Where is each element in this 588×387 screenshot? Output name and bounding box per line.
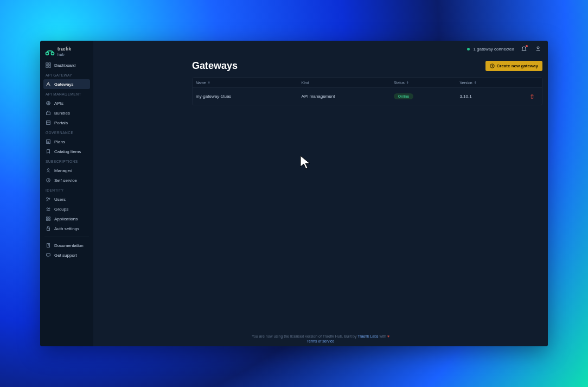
trash-icon xyxy=(529,94,535,99)
brand-mark-icon xyxy=(44,47,55,56)
svg-point-12 xyxy=(47,198,48,199)
sidebar-item-self-service[interactable]: Self-service xyxy=(43,175,90,185)
sidebar-item-bundles[interactable]: Bundles xyxy=(43,108,90,118)
svg-point-22 xyxy=(537,47,539,49)
svg-point-15 xyxy=(48,208,50,210)
sidebar-item-plans[interactable]: Plans xyxy=(43,137,90,147)
delete-row-button[interactable] xyxy=(526,94,539,99)
sidebar-item-label: Get support xyxy=(54,253,77,258)
gateways-table: Name ▲▼ Kind Status ▲▼ Version ▲▼ xyxy=(192,77,542,105)
sidebar-section-api-gateway: API GATEWAY xyxy=(43,70,90,79)
sidebar-item-label: Portals xyxy=(54,120,68,125)
svg-rect-4 xyxy=(46,66,48,67)
applications-icon xyxy=(46,216,51,221)
auth-icon xyxy=(46,226,51,231)
groups-icon xyxy=(46,206,51,212)
col-name-label: Name xyxy=(196,81,206,85)
sidebar-item-get-support[interactable]: Get support xyxy=(43,250,90,260)
self-service-icon xyxy=(46,177,51,183)
sidebar-item-users[interactable]: Users xyxy=(43,194,90,204)
sidebar-section-subscriptions: SUBSCRIPTIONS xyxy=(43,156,90,166)
sort-icon: ▲▼ xyxy=(406,81,409,84)
col-kind[interactable]: Kind xyxy=(302,81,394,85)
gateway-status-text: 1 gateway connected xyxy=(473,47,514,52)
sidebar-item-label: Dashboard xyxy=(54,63,75,68)
svg-point-1 xyxy=(51,52,54,55)
notification-indicator-icon xyxy=(526,45,528,47)
sidebar-item-groups[interactable]: Groups xyxy=(43,204,90,214)
status-dot-icon xyxy=(467,48,470,50)
sidebar-item-label: Applications xyxy=(54,217,78,221)
sidebar-item-dashboard[interactable]: Dashboard xyxy=(43,60,90,70)
sidebar-item-label: Plans xyxy=(54,139,65,144)
portal-icon xyxy=(46,120,51,125)
sidebar-item-documentation[interactable]: Documentation xyxy=(43,240,90,250)
sidebar: træfikhub Dashboard API GATEWAY Gateways… xyxy=(40,41,93,346)
col-version[interactable]: Version ▲▼ xyxy=(459,81,526,85)
footer-text-suffix: with xyxy=(380,334,387,338)
svg-rect-3 xyxy=(49,63,50,65)
sidebar-item-label: Catalog Items xyxy=(54,149,81,154)
brand-name: træfikhub xyxy=(57,46,72,57)
col-status[interactable]: Status ▲▼ xyxy=(394,81,460,85)
footer-text-prefix: You are now using the licensed version o… xyxy=(252,334,357,338)
notifications-button[interactable] xyxy=(520,45,528,53)
footer: You are now using the licensed version o… xyxy=(185,331,456,344)
svg-point-10 xyxy=(47,169,49,170)
topbar: 1 gateway connected xyxy=(93,41,548,57)
sidebar-item-catalog-items[interactable]: Catalog Items xyxy=(43,147,90,156)
svg-rect-5 xyxy=(49,66,50,67)
cell-name: my-gateway-1tuas xyxy=(196,94,302,99)
cell-version: 3.10.1 xyxy=(459,94,526,99)
footer-link-tos[interactable]: Terms of service xyxy=(185,339,456,343)
page-header: Gateways Create new gateway xyxy=(192,57,542,77)
sidebar-item-label: Bundles xyxy=(54,111,70,116)
sidebar-section-governance: GOVERNANCE xyxy=(43,128,90,137)
brand-logo: træfikhub xyxy=(43,46,90,60)
svg-rect-20 xyxy=(47,228,50,230)
users-icon xyxy=(46,196,51,202)
svg-rect-8 xyxy=(47,121,50,125)
bundle-icon xyxy=(46,110,51,116)
sidebar-item-label: Documentation xyxy=(54,243,84,248)
catalog-icon xyxy=(46,149,51,154)
create-gateway-button[interactable]: Create new gateway xyxy=(485,61,542,71)
col-name[interactable]: Name ▲▼ xyxy=(196,81,302,85)
sidebar-item-label: Self-service xyxy=(54,178,77,183)
sort-icon: ▲▼ xyxy=(208,81,210,84)
svg-point-13 xyxy=(48,198,50,200)
svg-point-14 xyxy=(47,208,48,210)
svg-rect-2 xyxy=(46,63,48,65)
svg-rect-16 xyxy=(47,217,48,219)
sidebar-item-label: APIs xyxy=(54,101,63,106)
sidebar-item-label: Users xyxy=(54,197,66,202)
svg-rect-7 xyxy=(47,112,50,115)
support-icon xyxy=(46,252,51,258)
sidebar-item-label: Managed xyxy=(54,168,72,173)
sidebar-item-managed[interactable]: Managed xyxy=(43,166,90,175)
sidebar-divider xyxy=(44,237,89,237)
cell-kind: API management xyxy=(302,94,394,99)
svg-point-0 xyxy=(46,52,48,55)
sidebar-section-api-management: API MANAGEMENT xyxy=(43,89,90,98)
docs-icon xyxy=(46,243,51,248)
sidebar-item-label: Auth settings xyxy=(54,226,79,231)
user-menu-button[interactable] xyxy=(534,45,542,53)
sidebar-item-applications[interactable]: Applications xyxy=(43,214,90,224)
sidebar-item-label: Groups xyxy=(54,207,68,212)
svg-rect-19 xyxy=(49,219,50,221)
sidebar-item-label: Gateways xyxy=(54,82,74,87)
page-title: Gateways xyxy=(192,60,238,72)
gateway-icon xyxy=(46,81,51,87)
plans-icon xyxy=(46,139,51,144)
table-row[interactable]: my-gateway-1tuas API management Online 3… xyxy=(193,87,542,105)
sort-icon: ▲▼ xyxy=(474,81,477,84)
sidebar-item-auth-settings[interactable]: Auth settings xyxy=(43,224,90,233)
managed-icon xyxy=(46,168,51,173)
main-content: 1 gateway connected Gateways Create new … xyxy=(93,41,548,346)
svg-rect-18 xyxy=(47,219,48,221)
footer-link-traefik-labs[interactable]: Traefik Labs xyxy=(357,334,378,338)
sidebar-item-gateways[interactable]: Gateways xyxy=(43,79,90,89)
sidebar-item-portals[interactable]: Portals xyxy=(43,118,90,128)
sidebar-item-apis[interactable]: APIs xyxy=(43,98,90,108)
